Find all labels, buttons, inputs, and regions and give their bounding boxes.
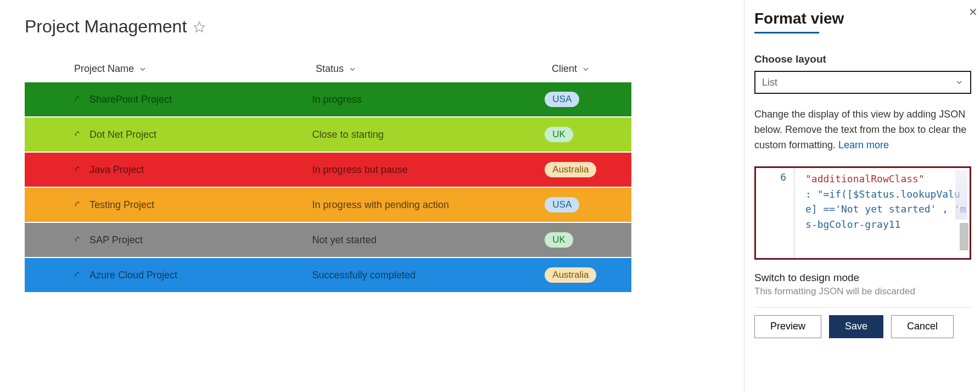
project-name: Dot Net Project <box>89 129 156 141</box>
new-item-icon <box>74 201 82 209</box>
switch-design-mode-sub: This formatting JSON will be discarded <box>754 286 971 297</box>
preview-button[interactable]: Preview <box>754 315 821 338</box>
cell-client: UK <box>545 127 631 142</box>
table-row[interactable]: Dot Net ProjectClose to startingUK <box>25 117 631 152</box>
table-body: SharePoint ProjectIn progressUSADot Net … <box>25 82 631 292</box>
project-name: Java Project <box>89 164 144 176</box>
new-item-icon <box>74 271 82 279</box>
client-pill: Australia <box>545 267 596 283</box>
table-row[interactable]: SAP ProjectNot yet startedUK <box>25 223 631 257</box>
chevron-down-icon <box>348 65 357 74</box>
close-icon[interactable]: ✕ <box>968 5 978 19</box>
cell-project: Testing Project <box>74 199 312 211</box>
cell-client: UK <box>545 232 631 248</box>
new-item-icon <box>74 236 82 244</box>
code-rest: : "=if([$Status.lookupValue] =='Not yet … <box>805 188 966 231</box>
client-pill: Australia <box>545 162 596 177</box>
cell-project: SAP Project <box>74 234 312 246</box>
cell-project: Dot Net Project <box>74 129 312 141</box>
project-name: SharePoint Project <box>89 94 172 105</box>
chevron-down-icon <box>955 78 964 87</box>
cell-status: Successfully completed <box>312 270 545 281</box>
format-view-panel: ✕ Format view Choose layout List Change … <box>744 0 980 392</box>
favorite-star-icon[interactable] <box>193 21 205 33</box>
column-header-label: Status <box>316 63 344 75</box>
table-row[interactable]: Testing ProjectIn progress with pending … <box>25 188 631 222</box>
column-header-label: Client <box>552 63 577 75</box>
layout-select[interactable]: List <box>754 71 971 94</box>
switch-design-mode-link[interactable]: Switch to design mode <box>754 272 971 284</box>
save-button[interactable]: Save <box>829 315 883 338</box>
learn-more-link[interactable]: Learn more <box>838 139 889 150</box>
code-key: "additionalRowClass" <box>805 173 925 184</box>
table-row[interactable]: SharePoint ProjectIn progressUSA <box>25 82 631 116</box>
cell-client: Australia <box>545 267 631 283</box>
chevron-down-icon <box>581 65 590 74</box>
cell-status: In progress but pause <box>312 164 545 176</box>
client-pill: USA <box>545 197 579 212</box>
cell-status: Not yet started <box>312 234 545 246</box>
line-number: 6 <box>756 171 786 183</box>
client-pill: UK <box>545 127 573 142</box>
new-item-icon <box>74 166 82 173</box>
page-header: Project Management <box>25 16 744 37</box>
table-row[interactable]: Java ProjectIn progress but pauseAustral… <box>25 153 631 187</box>
panel-description: Change the display of this view by addin… <box>754 107 971 153</box>
project-name: Azure Cloud Project <box>89 270 177 281</box>
cell-client: USA <box>545 92 631 107</box>
chevron-down-icon <box>138 65 147 74</box>
editor-body: "additionalRowClass": "=if([$Status.look… <box>805 168 970 233</box>
cell-client: Australia <box>545 162 631 177</box>
column-header-label: Project Name <box>74 63 134 75</box>
cell-project: Java Project <box>74 164 312 176</box>
editor-gutter: 6 <box>756 168 794 258</box>
layout-select-value: List <box>762 77 777 88</box>
panel-title-underline <box>754 32 819 33</box>
editor-minimap[interactable] <box>955 170 967 220</box>
client-pill: UK <box>545 232 573 248</box>
new-item-icon <box>74 131 82 138</box>
page-title: Project Management <box>25 16 187 37</box>
table-header-row: Project Name Status Client <box>25 63 744 82</box>
column-header-status[interactable]: Status <box>316 63 552 75</box>
client-pill: USA <box>545 92 579 107</box>
cell-status: In progress <box>312 94 545 105</box>
table-row[interactable]: Azure Cloud ProjectSuccessfully complete… <box>25 258 631 292</box>
json-editor[interactable]: 6 "additionalRowClass": "=if([$Status.lo… <box>754 166 971 260</box>
column-header-project[interactable]: Project Name <box>74 63 316 75</box>
cell-client: USA <box>545 197 631 212</box>
cancel-button[interactable]: Cancel <box>891 315 954 338</box>
panel-footer: Preview Save Cancel <box>754 307 971 338</box>
project-name: Testing Project <box>89 199 154 211</box>
new-item-icon <box>74 96 82 103</box>
panel-title: Format view <box>754 10 971 27</box>
cell-status: In progress with pending action <box>312 199 545 211</box>
project-name: SAP Project <box>89 234 143 246</box>
cell-status: Close to starting <box>312 129 545 141</box>
choose-layout-label: Choose layout <box>754 53 971 65</box>
column-header-client[interactable]: Client <box>552 63 640 75</box>
main-content: Project Management Project Name Status C… <box>0 0 744 392</box>
editor-scrollbar[interactable] <box>960 223 968 250</box>
cell-project: SharePoint Project <box>74 94 312 105</box>
cell-project: Azure Cloud Project <box>74 270 312 281</box>
